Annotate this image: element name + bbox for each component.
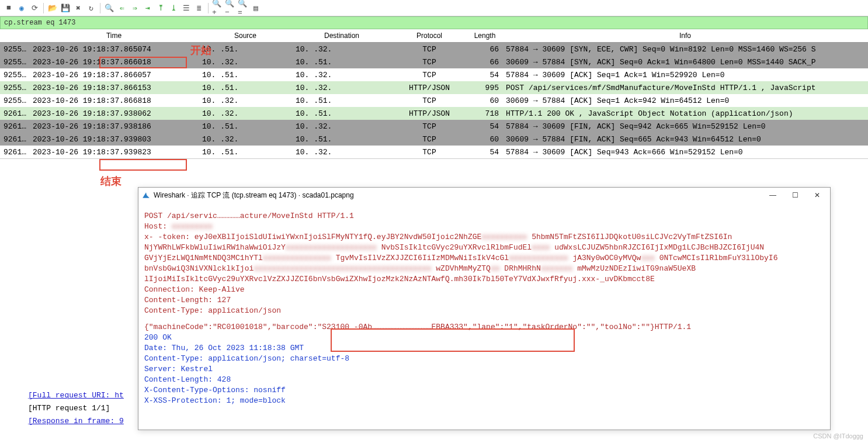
annotation-start: 开始 xyxy=(190,43,211,57)
zoom-reset-icon[interactable]: 🔍= xyxy=(238,3,248,13)
col-protocol[interactable]: Protocol xyxy=(391,29,467,42)
zoom-in-icon[interactable]: 🔍+ xyxy=(212,3,223,13)
follow-stream-content[interactable]: POST /api/servic……………acture/MoveInStd HT… xyxy=(138,203,830,411)
forward-icon[interactable]: ⇒ xyxy=(130,3,140,13)
record-icon[interactable]: ◉ xyxy=(16,3,27,13)
packet-row[interactable]: 9261…2023-10-26 19:18:37.93982310. .51.1… xyxy=(0,146,868,158)
col-source[interactable]: Source xyxy=(199,29,292,42)
follow-window-title: Wireshark · 追踪 TCP 流 (tcp.stream eq 1473… xyxy=(154,191,354,200)
packet-row[interactable]: 9255…2023-10-26 19:18:37.86601810. .32.1… xyxy=(0,56,868,68)
packet-list: Time Source Destination Protocol Length … xyxy=(0,29,868,159)
watermark: CSDN @ITdoggg xyxy=(813,432,863,439)
packet-row[interactable]: 9261…2023-10-26 19:18:37.93818610. .51.1… xyxy=(0,120,868,133)
col-info[interactable]: Info xyxy=(502,29,868,42)
open-icon[interactable]: 📂 xyxy=(47,3,58,13)
goto-bottom-icon[interactable]: ⤓ xyxy=(168,3,179,13)
stop-icon[interactable]: ■ xyxy=(4,3,14,13)
col-time[interactable]: Time xyxy=(29,29,199,42)
packet-row[interactable]: 9255…2023-10-26 19:18:37.86681810. .32.1… xyxy=(0,94,868,107)
wireshark-icon xyxy=(142,191,150,199)
col-length[interactable]: Length xyxy=(467,29,502,42)
autoscroll-icon[interactable]: ☰ xyxy=(181,3,192,13)
close-icon[interactable]: ✖ xyxy=(73,3,84,13)
minimize-button[interactable]: — xyxy=(763,189,782,201)
back-icon[interactable]: ⇐ xyxy=(117,3,127,13)
annotation-end: 结束 xyxy=(100,174,121,188)
close-button[interactable]: ✕ xyxy=(808,189,827,201)
packet-row[interactable]: 9255…2023-10-26 19:18:37.86605710. .51.1… xyxy=(0,68,868,81)
jump-icon[interactable]: ⇥ xyxy=(143,3,153,13)
display-filter-input[interactable]: cp.stream eq 1473 xyxy=(0,16,868,29)
find-icon[interactable]: 🔍 xyxy=(104,3,114,13)
packet-row[interactable]: 9255…2023-10-26 19:18:37.86507410. .51.1… xyxy=(0,43,868,56)
colorize-icon[interactable]: ≣ xyxy=(194,3,204,13)
main-toolbar: ■ ◉ ⟳ 📂 💾 ✖ ↻ 🔍 ⇐ ⇒ ⇥ ⤒ ⤓ ☰ ≣ 🔍+ 🔍− 🔍= ▤ xyxy=(0,0,868,16)
restart-icon[interactable]: ⟳ xyxy=(29,3,40,13)
full-request-uri-link[interactable]: [Full request URI: ht xyxy=(28,389,124,402)
packet-row[interactable]: 9261…2023-10-26 19:18:37.93980310. .32.1… xyxy=(0,133,868,146)
packet-header: Time Source Destination Protocol Length … xyxy=(0,29,868,43)
packet-row[interactable]: 9261…2023-10-26 19:18:37.93806210. .32.1… xyxy=(0,107,868,120)
packet-details-links: [Full request URI: ht [HTTP request 1/1]… xyxy=(28,389,124,428)
maximize-button[interactable]: ☐ xyxy=(786,189,804,201)
reload-icon[interactable]: ↻ xyxy=(86,3,96,13)
http-request-label: [HTTP request 1/1] xyxy=(28,402,124,415)
col-destination[interactable]: Destination xyxy=(292,29,391,42)
resize-cols-icon[interactable]: ▤ xyxy=(251,3,261,13)
packet-row[interactable]: 9255…2023-10-26 19:18:37.86615310. .51.1… xyxy=(0,81,868,94)
goto-top-icon[interactable]: ⤒ xyxy=(155,3,166,13)
response-in-frame-link[interactable]: [Response in frame: 9 xyxy=(28,415,124,428)
zoom-out-icon[interactable]: 🔍− xyxy=(225,3,235,13)
follow-tcp-stream-window: Wireshark · 追踪 TCP 流 (tcp.stream eq 1473… xyxy=(138,187,831,430)
save-icon[interactable]: 💾 xyxy=(60,3,71,13)
